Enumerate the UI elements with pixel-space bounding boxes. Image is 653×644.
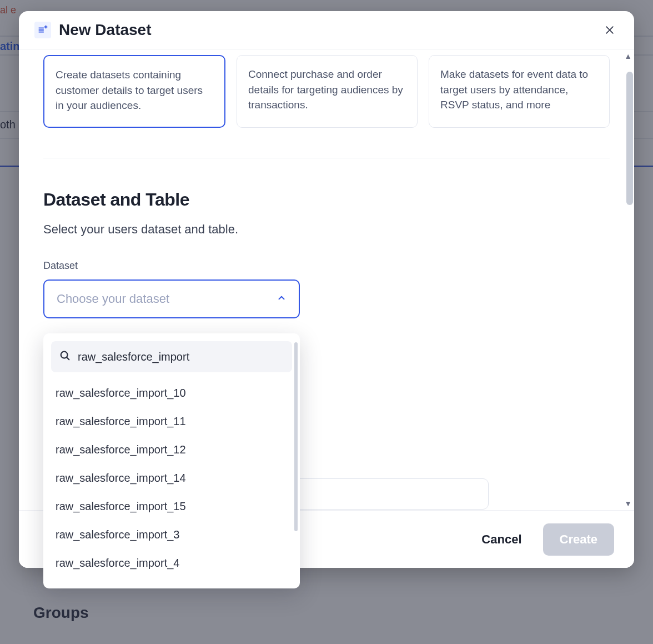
dataset-select-placeholder: Choose your dataset [57,292,169,306]
scroll-down-arrow-icon[interactable]: ▼ [624,499,632,508]
dataset-type-cards: Create datasets containing customer deta… [43,55,610,128]
dropdown-option[interactable]: raw_salesforce_import_15 [43,492,300,521]
search-icon [59,350,71,364]
dataset-new-icon [34,22,51,38]
dropdown-option[interactable]: raw_salesforce_import_3 [43,521,300,549]
card-customers[interactable]: Create datasets containing customer deta… [43,55,225,128]
dropdown-option[interactable]: raw_salesforce_import_10 [43,379,300,407]
dataset-field-label: Dataset [43,260,610,272]
dropdown-option[interactable]: raw_salesforce_import_12 [43,436,300,464]
dataset-select[interactable]: Choose your dataset [43,279,300,318]
close-button[interactable] [601,21,619,39]
scroll-up-arrow-icon[interactable]: ▲ [624,52,632,61]
section-subtitle: Select your users dataset and table. [43,222,610,237]
card-events[interactable]: Make datasets for event data to target u… [429,55,610,128]
dropdown-scrollbar[interactable] [294,342,298,531]
svg-line-8 [67,357,69,360]
dropdown-option[interactable]: raw_salesforce_import_14 [43,464,300,492]
section-title: Dataset and Table [43,189,610,210]
modal-title-wrap: New Dataset [34,21,152,39]
create-button[interactable]: Create [543,523,614,556]
chevron-up-icon [277,293,287,305]
card-text: Connect purchase and order details for t… [248,67,406,113]
scrollbar-thumb[interactable] [626,72,633,205]
dataset-select-control[interactable]: Choose your dataset [43,279,300,318]
cancel-button[interactable]: Cancel [477,526,526,553]
dataset-dropdown-panel: raw_salesforce_import_10 raw_salesforce_… [43,333,300,588]
dropdown-option[interactable]: raw_salesforce_import_11 [43,407,300,436]
table-select-placeholder-box[interactable] [283,478,489,510]
section-divider [43,158,610,158]
modal-header: New Dataset [19,11,634,49]
card-text: Create datasets containing customer deta… [56,67,213,113]
dropdown-option[interactable]: raw_salesforce_import_4 [43,549,300,577]
dropdown-search-input[interactable] [78,351,284,363]
dropdown-search[interactable] [51,341,292,372]
card-text: Make datasets for event data to target u… [440,67,598,113]
card-transactions[interactable]: Connect purchase and order details for t… [237,55,418,128]
modal-title: New Dataset [59,21,152,39]
